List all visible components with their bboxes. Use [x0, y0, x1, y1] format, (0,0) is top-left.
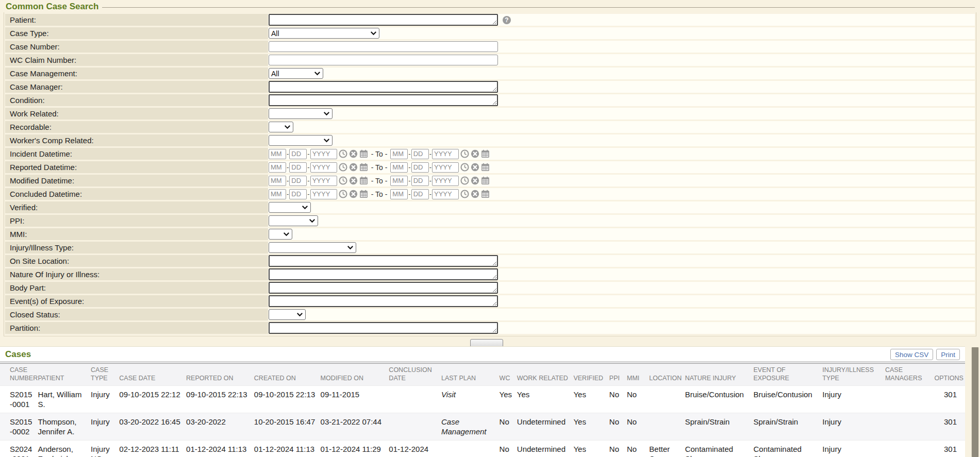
concluded-datetime-from-year-input[interactable]	[310, 189, 337, 199]
reported-datetime-to-year-input[interactable]	[432, 162, 459, 173]
clear-icon[interactable]	[349, 149, 358, 158]
modified-datetime-label: Modified Datetime:	[5, 175, 268, 187]
scrollbar-thumb[interactable]	[972, 347, 978, 457]
concluded-datetime-from-day-input[interactable]	[289, 189, 307, 199]
reported-datetime-from-day-input[interactable]	[289, 162, 307, 173]
body-part-field[interactable]	[269, 282, 498, 294]
incident-datetime-to-month-input[interactable]	[390, 149, 408, 159]
time-icon[interactable]	[339, 163, 347, 172]
clear-icon[interactable]	[471, 190, 479, 198]
chevron-down-icon	[285, 125, 290, 129]
reported-datetime-from-month-input[interactable]	[269, 162, 286, 173]
case-manager-label: Case Manager:	[5, 81, 268, 93]
case-manager-field[interactable]	[269, 81, 498, 93]
clear-icon[interactable]	[471, 149, 479, 158]
case-number-field[interactable]	[269, 41, 498, 52]
partition-field[interactable]	[269, 322, 498, 334]
mmi-select[interactable]	[269, 229, 292, 240]
form-row-on-site-location: On Site Location:	[5, 255, 975, 267]
clear-icon[interactable]	[349, 176, 358, 185]
clear-icon[interactable]	[349, 190, 358, 198]
event-s-of-exposure-field[interactable]	[269, 295, 498, 307]
patient-field[interactable]	[269, 14, 498, 26]
ppi-select[interactable]	[269, 215, 318, 226]
clear-icon[interactable]	[471, 163, 479, 172]
time-icon[interactable]	[460, 163, 469, 172]
show-csv-button[interactable]: Show CSV	[890, 349, 933, 360]
concluded-datetime-to-month-input[interactable]	[390, 189, 408, 199]
calendar-icon[interactable]	[481, 149, 490, 158]
calendar-icon[interactable]	[359, 163, 368, 172]
col-header-location: LOCATION	[649, 363, 685, 385]
form-row-body-part: Body Part:	[5, 282, 975, 294]
work-related-select[interactable]	[269, 108, 333, 119]
incident-datetime-from-year-input[interactable]	[310, 149, 337, 159]
nature-of-injury-or-illness-field[interactable]	[269, 268, 498, 280]
ppi-control-cell	[268, 215, 975, 227]
wc-claim-number-field[interactable]	[269, 55, 498, 65]
modified-datetime-to-year-input[interactable]	[432, 176, 459, 186]
print-button[interactable]: Print	[936, 349, 960, 360]
case-row-s2024-0001[interactable]: S2024-0001Anderson, FrederickInjury NO02…	[0, 440, 965, 457]
case-row-s2015-0001[interactable]: S2015-0001Hart, William S.Injury09-10-20…	[0, 385, 965, 413]
time-icon[interactable]	[460, 149, 469, 158]
cell-injury-illness-type: Injury	[822, 385, 885, 413]
time-icon[interactable]	[339, 149, 347, 158]
cell-work-related: Undetermined	[517, 413, 574, 440]
case-number-control-cell	[268, 41, 975, 53]
incident-datetime-label: Incident Datetime:	[5, 148, 268, 160]
range-to-label: - To -	[371, 190, 388, 198]
worker-s-comp-related-select[interactable]	[269, 135, 333, 146]
injury-illness-type-control-cell	[268, 242, 975, 253]
reported-datetime-to-month-input[interactable]	[390, 162, 408, 173]
incident-datetime-to-year-input[interactable]	[432, 149, 459, 159]
case-management-select[interactable]: All	[269, 68, 323, 79]
condition-field[interactable]	[269, 94, 498, 106]
verified-select[interactable]	[269, 202, 311, 213]
modified-datetime-from-year-input[interactable]	[310, 176, 337, 186]
cell-case-type: Injury	[91, 413, 119, 440]
time-icon[interactable]	[460, 190, 469, 198]
modified-datetime-to-month-input[interactable]	[390, 176, 408, 186]
modified-datetime-from-month-input[interactable]	[269, 176, 286, 186]
mmi-control-cell	[268, 228, 975, 240]
cell-last-plan: Visit	[441, 385, 500, 413]
partition-label: Partition:	[5, 322, 268, 334]
form-row-condition: Condition:	[5, 94, 975, 106]
concluded-datetime-to-day-input[interactable]	[411, 189, 429, 199]
cell-work-related: Undetermined	[517, 440, 574, 457]
nature-of-injury-or-illness-control-cell	[268, 268, 975, 280]
calendar-icon[interactable]	[359, 190, 368, 198]
case-row-s2015-0002[interactable]: S2015-0002Thompson, Jennifer A.Injury03-…	[0, 413, 965, 440]
concluded-datetime-to-year-input[interactable]	[432, 189, 459, 199]
on-site-location-field[interactable]	[269, 255, 498, 267]
concluded-datetime-from-month-input[interactable]	[269, 189, 286, 199]
case-type-select[interactable]: All	[269, 28, 379, 39]
date-separator: -	[287, 177, 289, 184]
injury-illness-type-select[interactable]	[269, 242, 356, 253]
time-icon[interactable]	[460, 176, 469, 185]
recordable-select[interactable]	[269, 122, 293, 132]
calendar-icon[interactable]	[359, 149, 368, 158]
calendar-icon[interactable]	[481, 176, 490, 185]
calendar-icon[interactable]	[481, 163, 490, 172]
incident-datetime-from-month-input[interactable]	[269, 149, 286, 159]
calendar-icon[interactable]	[359, 176, 368, 185]
modified-datetime-to-day-input[interactable]	[411, 176, 429, 186]
help-icon[interactable]: ?	[503, 16, 511, 24]
time-icon[interactable]	[339, 176, 347, 185]
vertical-scrollbar[interactable]	[971, 347, 979, 457]
reported-datetime-to-day-input[interactable]	[411, 162, 429, 173]
closed-status-select[interactable]	[269, 309, 306, 320]
time-icon[interactable]	[339, 190, 347, 198]
cell-case-date: 03-20-2022 16:45	[119, 413, 186, 440]
clear-icon[interactable]	[471, 176, 479, 185]
col-header-mmi: MMI	[627, 363, 649, 385]
incident-datetime-to-day-input[interactable]	[411, 149, 429, 159]
form-row-injury-illness-type: Injury/Illness Type:	[5, 242, 975, 253]
incident-datetime-from-day-input[interactable]	[289, 149, 307, 159]
clear-icon[interactable]	[349, 163, 358, 172]
reported-datetime-from-year-input[interactable]	[310, 162, 337, 173]
calendar-icon[interactable]	[481, 190, 490, 198]
modified-datetime-from-day-input[interactable]	[289, 176, 307, 186]
